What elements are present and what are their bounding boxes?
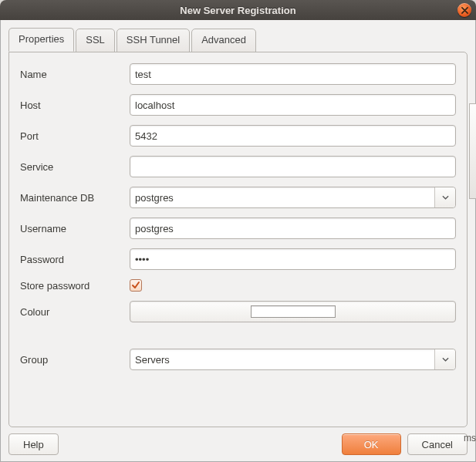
tab-label: Advanced xyxy=(201,34,246,46)
background-window-edge xyxy=(469,103,476,199)
port-input[interactable] xyxy=(130,125,456,147)
chevron-down-icon xyxy=(442,195,449,200)
group-dropdown-button[interactable] xyxy=(435,349,455,369)
tabs-notebook: Properties SSL SSH Tunnel Advanced Name … xyxy=(8,28,468,427)
group-value: Servers xyxy=(130,349,435,369)
tab-ssh-tunnel[interactable]: SSH Tunnel xyxy=(116,29,190,52)
username-input[interactable] xyxy=(130,218,456,239)
group-combo[interactable]: Servers xyxy=(130,349,456,370)
label-username: Username xyxy=(20,223,120,234)
label-password: Password xyxy=(20,254,120,265)
service-input[interactable] xyxy=(130,156,456,177)
spacer xyxy=(20,332,456,339)
window-title: New Server Registration xyxy=(180,5,295,16)
tab-row: Properties SSL SSH Tunnel Advanced xyxy=(8,28,468,52)
label-port: Port xyxy=(20,130,120,142)
window-close-button[interactable] xyxy=(457,3,471,17)
tab-properties[interactable]: Properties xyxy=(8,28,74,52)
label-store-password: Store password xyxy=(20,280,120,292)
button-label: Help xyxy=(23,439,44,450)
label-maintenance-db: Maintenance DB xyxy=(20,192,120,204)
form-grid: Name Host Port Service Maintenance DB po… xyxy=(20,63,456,370)
maintenance-db-value: postgres xyxy=(130,187,435,207)
name-input[interactable] xyxy=(130,63,456,85)
cancel-button[interactable]: Cancel xyxy=(407,433,468,455)
tab-advanced[interactable]: Advanced xyxy=(191,29,256,52)
label-service: Service xyxy=(20,161,120,173)
store-password-checkbox[interactable] xyxy=(130,279,142,292)
tab-label: Properties xyxy=(19,33,64,45)
close-icon xyxy=(461,7,468,14)
colour-picker-button[interactable] xyxy=(130,301,456,322)
chevron-down-icon xyxy=(442,357,449,362)
dialog-body: Properties SSL SSH Tunnel Advanced Name … xyxy=(0,20,476,462)
tab-label: SSH Tunnel xyxy=(127,34,180,46)
password-input[interactable] xyxy=(130,248,456,270)
colour-swatch xyxy=(251,305,336,318)
check-icon xyxy=(131,281,140,290)
tab-ssl[interactable]: SSL xyxy=(76,29,115,52)
tab-label: SSL xyxy=(86,34,105,46)
label-name: Name xyxy=(20,69,120,80)
label-colour: Colour xyxy=(20,306,120,318)
button-label: Cancel xyxy=(422,439,453,450)
button-bar: Help OK Cancel xyxy=(8,433,468,455)
maintenance-db-dropdown-button[interactable] xyxy=(435,187,455,207)
help-button[interactable]: Help xyxy=(8,433,59,455)
host-input[interactable] xyxy=(130,94,456,116)
label-host: Host xyxy=(20,99,120,111)
background-text-fragment: ms xyxy=(464,433,476,443)
tab-page-properties: Name Host Port Service Maintenance DB po… xyxy=(8,52,468,427)
ok-button[interactable]: OK xyxy=(342,433,401,455)
maintenance-db-combo[interactable]: postgres xyxy=(130,187,456,208)
titlebar: New Server Registration xyxy=(0,0,476,20)
button-label: OK xyxy=(364,439,379,450)
label-group: Group xyxy=(20,354,120,366)
